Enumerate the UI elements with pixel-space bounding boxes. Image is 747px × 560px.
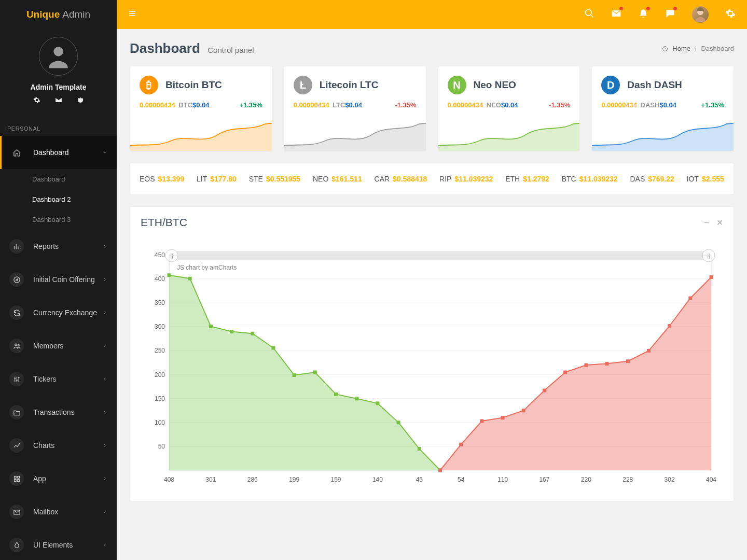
sidebar-item-ui-elements[interactable]: UI Elements <box>0 528 117 560</box>
chart-marker[interactable] <box>626 359 630 363</box>
chart-marker[interactable] <box>355 397 358 400</box>
sidebar-subitem-dashboard-1[interactable]: Dashboard <box>0 169 117 189</box>
chart-marker[interactable] <box>688 297 692 300</box>
sidebar-item-exchange[interactable]: Currency Exchange <box>0 296 117 329</box>
ticker-item[interactable]: ETH $1.2792 <box>505 175 549 183</box>
svg-rect-6 <box>14 479 16 481</box>
ticker-item[interactable]: LIT $177.80 <box>197 175 237 183</box>
user-avatar[interactable] <box>692 6 709 23</box>
sidebar-item-transactions[interactable]: Transactions <box>0 396 117 429</box>
profile-avatar[interactable] <box>39 37 78 76</box>
chart-marker[interactable] <box>563 370 567 374</box>
sidebar-item-label: Reports <box>33 242 59 250</box>
coin-card[interactable]: Ł Litecoin LTC 0.00000434 LTC$0.04 -1.35… <box>284 66 426 151</box>
chart-marker[interactable] <box>168 273 171 277</box>
chart-marker[interactable] <box>501 416 505 419</box>
x-tick-label: 110 <box>497 476 508 483</box>
y-tick-label: 250 <box>155 347 165 354</box>
chart-marker[interactable] <box>313 370 317 374</box>
ticker-item[interactable]: EOS $13.399 <box>140 175 184 183</box>
settings-icon[interactable] <box>33 96 40 106</box>
ticker-item[interactable]: STE $0.551955 <box>249 175 300 183</box>
x-tick-label: 45 <box>416 476 423 483</box>
chart-marker[interactable] <box>230 330 233 333</box>
chart-marker[interactable] <box>271 346 275 349</box>
coin-symbol: BTC <box>178 101 192 109</box>
gear-icon[interactable] <box>725 8 736 21</box>
chart-marker[interactable] <box>376 401 379 405</box>
y-tick-label: 150 <box>155 395 165 402</box>
chart-marker[interactable] <box>418 447 421 451</box>
sidebar-item-app[interactable]: App <box>0 462 117 495</box>
x-tick-label: 199 <box>289 476 299 483</box>
coin-icon: D <box>601 76 620 94</box>
chart-marker[interactable] <box>334 393 338 396</box>
eth-btc-chart[interactable]: ||||JS chart by amCharts5010015020025030… <box>141 240 722 494</box>
chart-marker[interactable] <box>647 349 651 353</box>
chart-marker[interactable] <box>188 277 192 281</box>
chevron-right-icon <box>102 441 107 450</box>
ticker-item[interactable]: DAS $769.22 <box>630 175 674 183</box>
coin-symbol: LTC <box>333 101 345 109</box>
brand[interactable]: Unique Admin <box>0 0 117 29</box>
chart-marker[interactable] <box>397 421 400 424</box>
chart-scrollbar[interactable] <box>169 251 711 260</box>
chart-marker[interactable] <box>668 324 671 328</box>
coin-change: +1.35% <box>239 101 262 109</box>
sidebar-item-members[interactable]: Members <box>0 329 117 362</box>
sidebar-item-ico[interactable]: Initial Coin Offering <box>0 263 117 296</box>
sidebar-item-mailbox[interactable]: Mailbox <box>0 495 117 528</box>
ticker-item[interactable]: BTC $11.039232 <box>562 175 618 183</box>
ticker-item[interactable]: CAR $0.588418 <box>375 175 427 183</box>
coin-title: Bitcoin BTC <box>165 79 222 91</box>
home-icon <box>9 145 24 160</box>
coin-icon: ₿ <box>140 76 158 94</box>
sidebar-subitem-dashboard-2[interactable]: Dashboard 2 <box>0 189 117 209</box>
sidebar-item-charts[interactable]: Charts <box>0 429 117 462</box>
chart-marker[interactable] <box>710 275 713 279</box>
mail-icon[interactable] <box>611 8 621 21</box>
ticker-price: $769.22 <box>648 175 674 183</box>
breadcrumb-home[interactable]: Home <box>672 45 690 52</box>
dashboard-icon <box>662 46 668 52</box>
power-icon[interactable] <box>77 96 84 106</box>
chart-marker[interactable] <box>293 373 296 377</box>
chart-marker[interactable] <box>459 443 463 446</box>
sidebar-item-tickers[interactable]: Tickers <box>0 362 117 396</box>
search-icon[interactable] <box>584 8 594 21</box>
users-icon <box>9 339 24 353</box>
sidebar-subitem-dashboard-3[interactable]: Dashboard 3 <box>0 209 117 230</box>
chart-marker[interactable] <box>480 419 483 423</box>
chart-marker[interactable] <box>584 363 588 367</box>
hamburger-icon[interactable] <box>128 9 136 20</box>
coin-icon: Ł <box>294 76 312 94</box>
chart-marker[interactable] <box>251 332 254 335</box>
brand-light: Admin <box>62 9 90 20</box>
chart-marker[interactable] <box>209 325 213 328</box>
chart-marker[interactable] <box>605 362 609 366</box>
minimize-icon[interactable]: – <box>704 218 709 228</box>
sparkline-chart <box>130 119 272 151</box>
y-tick-label: 400 <box>155 275 165 283</box>
chat-icon[interactable] <box>665 8 675 21</box>
mail-icon[interactable] <box>55 96 62 106</box>
sidebar: Unique Admin Admin Template PERSONAL Das… <box>0 0 117 560</box>
coin-card[interactable]: N Neo NEO 0.00000434 NEO$0.04 -1.35% <box>438 66 580 151</box>
coin-card[interactable]: ₿ Bitcoin BTC 0.00000434 BTC$0.04 +1.35% <box>130 66 272 151</box>
coin-title: Dash DASH <box>627 79 682 91</box>
ticker-item[interactable]: NEO $161.511 <box>313 175 362 183</box>
sidebar-item-dashboard[interactable]: Dashboard <box>0 136 117 169</box>
coin-amount: 0.00000434 <box>448 101 483 109</box>
ticker-symbol: STE <box>249 175 263 183</box>
close-icon[interactable]: ✕ <box>716 218 723 228</box>
y-tick-label: 300 <box>155 323 165 330</box>
chart-marker[interactable] <box>522 409 525 412</box>
chart-marker[interactable] <box>543 388 546 392</box>
coin-usd: $0.04 <box>192 101 210 109</box>
ticker-item[interactable]: IOT $2.555 <box>687 175 724 183</box>
bell-icon[interactable] <box>638 8 648 21</box>
sidebar-item-reports[interactable]: Reports <box>0 230 117 263</box>
ticker-item[interactable]: RIP $11.039232 <box>439 175 493 183</box>
chart-marker[interactable] <box>438 469 442 472</box>
coin-card[interactable]: D Dash DASH 0.00000434 DASH$0.04 +1.35% <box>591 66 734 151</box>
